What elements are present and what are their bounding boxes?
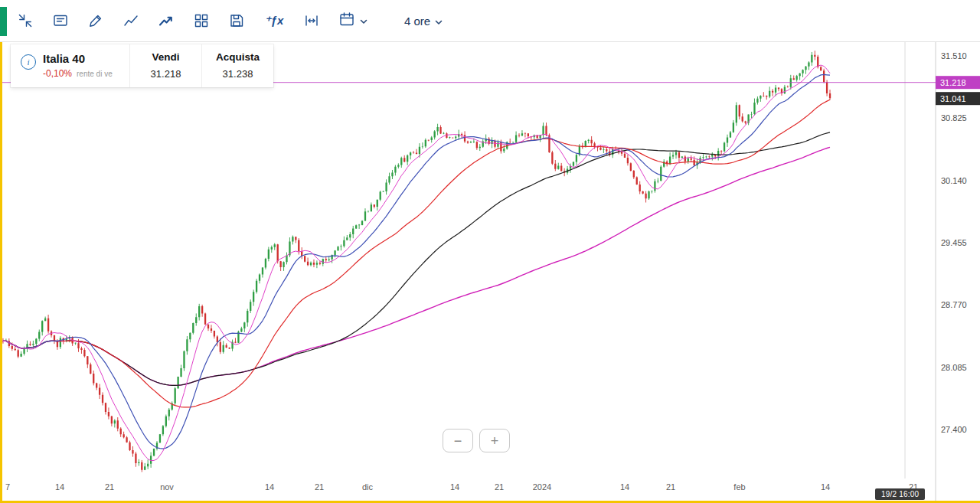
partial-caption: rente di ve: [77, 70, 113, 78]
draw-button[interactable]: [83, 8, 109, 34]
zoom-out-button[interactable]: −: [443, 429, 473, 452]
chevron-down-icon: [435, 15, 443, 28]
calendar-icon: [338, 11, 355, 31]
timeframe-dropdown[interactable]: 4 ore: [400, 11, 447, 31]
buy-price: 31.238: [204, 68, 272, 80]
save-button[interactable]: [224, 8, 250, 34]
ma-blue-line: [3, 74, 830, 449]
chart-line-icon: [122, 12, 139, 29]
zoom-controls: − +: [443, 429, 510, 452]
gridlines: [905, 41, 936, 503]
compare-icon: [303, 12, 320, 29]
price-axis[interactable]: [936, 41, 980, 480]
timeframe-label: 4 ore: [404, 15, 430, 28]
grid-icon: [193, 12, 210, 29]
fx-icon: ⁺ƒx: [265, 14, 284, 28]
highlight-left-edge: [0, 41, 2, 503]
time-axis[interactable]: [0, 480, 936, 503]
ma-red-line: [3, 100, 830, 407]
instrument-panel: i Italia 40 -0,10% rente di ve Vendi 31.…: [11, 44, 273, 87]
info-icon[interactable]: i: [21, 54, 36, 70]
ma-lines: [3, 65, 830, 461]
instrument-summary: i Italia 40 -0,10% rente di ve: [11, 44, 129, 87]
ma-black-line: [3, 132, 830, 386]
collapse-icon: [17, 12, 34, 29]
buy-button[interactable]: Acquista 31.238: [201, 44, 273, 87]
indicators-button[interactable]: [153, 8, 179, 34]
pencil-icon: [87, 12, 104, 29]
candlesticks: [3, 51, 830, 472]
compare-button[interactable]: [299, 8, 325, 34]
calendar-dropdown[interactable]: [334, 8, 372, 34]
functions-button[interactable]: ⁺ƒx: [259, 8, 289, 34]
chart-type-button[interactable]: [118, 8, 144, 34]
zoom-in-button[interactable]: +: [479, 429, 510, 452]
instrument-name: Italia 40: [43, 52, 113, 65]
sell-price: 31.218: [132, 68, 200, 80]
panel-tab-green[interactable]: [0, 7, 7, 36]
sell-button[interactable]: Vendi 31.218: [129, 44, 201, 87]
save-icon: [228, 12, 245, 29]
trend-arrow-icon: [158, 12, 175, 29]
cursor-timestamp-badge: 19/2 16:00: [875, 488, 925, 500]
notes-icon: [52, 12, 69, 29]
layout-button[interactable]: [188, 8, 214, 34]
collapse-button[interactable]: [12, 8, 38, 34]
instrument-change: -0,10%: [43, 68, 72, 79]
chart-toolbar: ⁺ƒx 4 ore: [0, 0, 980, 42]
buy-label: Acquista: [204, 51, 272, 63]
sell-label: Vendi: [132, 51, 200, 63]
ma-slow-magenta-line: [3, 147, 830, 385]
chevron-down-icon: [360, 14, 368, 28]
notes-button[interactable]: [47, 8, 74, 34]
